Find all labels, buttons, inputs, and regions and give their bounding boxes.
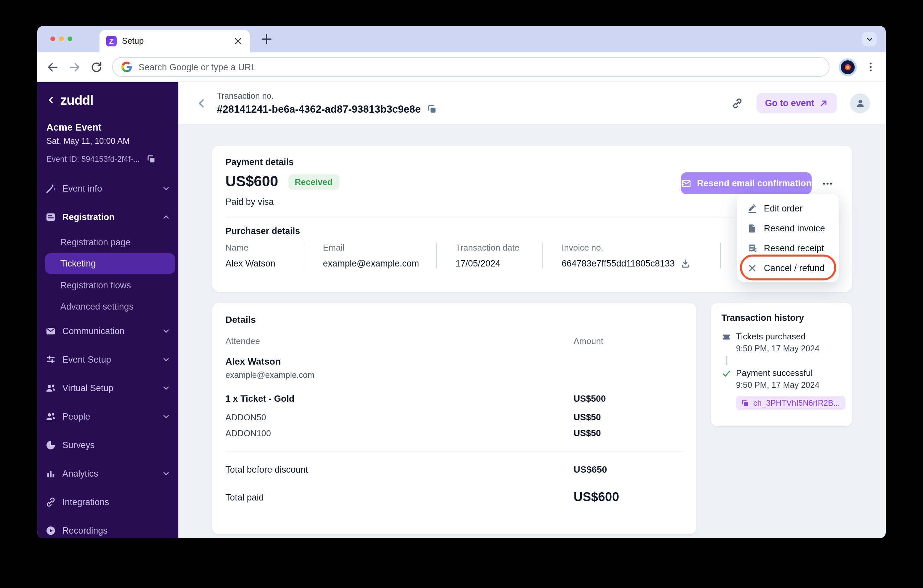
reload-icon[interactable]: [90, 61, 103, 73]
total-paid-value: US$600: [573, 490, 683, 504]
browser-toolbar: Search Google or type a URL: [37, 53, 886, 82]
copy-transaction-id-icon[interactable]: [427, 104, 437, 114]
go-to-event-button[interactable]: Go to event: [756, 93, 837, 113]
menu-item-edit-order[interactable]: Edit order: [737, 198, 839, 218]
addon-label: ADDON100: [225, 428, 573, 438]
invoice-no-label: Invoice no.: [562, 243, 713, 253]
sidebar-logo[interactable]: zuddl: [37, 92, 178, 109]
menu-item-resend-invoice[interactable]: Resend invoice: [737, 218, 839, 238]
chevron-down-icon: [162, 184, 171, 193]
history-event-time: 9:50 PM, 17 May 2024: [736, 344, 820, 353]
copy-icon: [741, 399, 749, 407]
chevron-down-icon: [162, 384, 171, 393]
order-details-card: Details Attendee Amount Alex Watson exam…: [212, 303, 696, 534]
sidebar-item-label: Recordings: [62, 526, 108, 535]
email-value: example@example.com: [323, 258, 430, 268]
chevron-down-icon: [162, 355, 171, 364]
sidebar-item-integrations[interactable]: Integrations: [37, 488, 178, 516]
new-tab-icon[interactable]: [260, 33, 273, 46]
sidebar-item-advanced-settings[interactable]: Advanced settings: [37, 296, 178, 317]
chevron-up-icon: [162, 213, 171, 222]
url-bar[interactable]: Search Google or type a URL: [112, 57, 829, 77]
app-content: zuddl Acme Event Sat, May 11, 10:00 AM E…: [37, 82, 886, 538]
sidebar-item-registration-flows[interactable]: Registration flows: [37, 274, 178, 296]
wand-icon: [45, 183, 56, 194]
sidebar-item-people[interactable]: People: [37, 402, 178, 431]
copy-link-icon[interactable]: [731, 97, 743, 109]
event-name: Acme Event: [46, 122, 169, 133]
sidebar-item-surveys[interactable]: Surveys: [37, 431, 178, 459]
download-invoice-icon[interactable]: [680, 258, 690, 268]
ticket-amount: US$500: [573, 394, 683, 404]
name-value: Alex Watson: [225, 258, 297, 268]
payment-amount: US$600: [225, 173, 278, 190]
addon-amount: US$50: [573, 428, 683, 438]
sidebar-item-event-setup[interactable]: Event Setup: [37, 345, 178, 374]
addon-amount: US$50: [573, 412, 683, 422]
tab-close-icon[interactable]: [233, 36, 243, 46]
history-event-title: Tickets purchased: [736, 332, 820, 342]
menu-item-label: Resend receipt: [764, 243, 824, 253]
transaction-history-card: Transaction history Tickets purchased 9:…: [711, 303, 852, 426]
sidebar-item-label: Communication: [62, 326, 125, 336]
browser-menu-icon[interactable]: [865, 61, 877, 73]
total-before-discount-row: Total before discount US$650: [225, 464, 683, 475]
name-label: Name: [225, 243, 297, 253]
back-icon[interactable]: [46, 61, 59, 73]
charge-id-chip[interactable]: ch_3PHTVhI5N6rIR2B...: [736, 396, 845, 411]
menu-item-label: Resend invoice: [764, 223, 825, 233]
more-actions-icon[interactable]: [821, 177, 833, 190]
payment-details-title: Payment details: [225, 157, 839, 167]
copy-event-id-icon[interactable]: [146, 154, 156, 164]
sidebar-item-ticketing[interactable]: Ticketing: [45, 253, 175, 274]
sidebar-item-event-info[interactable]: Event info: [37, 174, 178, 203]
sidebar-item-registration[interactable]: Registration: [37, 203, 178, 232]
zuddl-logo-text: zuddl: [60, 92, 93, 108]
receipt-icon: [747, 243, 757, 253]
user-avatar[interactable]: [850, 93, 870, 113]
ticket-icon: [721, 332, 736, 353]
browser-tabstrip: Z Setup: [37, 26, 886, 53]
browser-tab[interactable]: Z Setup: [99, 30, 250, 53]
page-header: Transaction no. #28141241-be6a-4362-ad87…: [178, 82, 886, 124]
sidebar-item-label: Virtual Setup: [62, 383, 113, 393]
back-chevron-icon[interactable]: [195, 97, 207, 109]
sidebar-item-recordings[interactable]: Recordings: [37, 516, 178, 538]
amount-column-header: Amount: [573, 336, 683, 346]
chevron-down-icon: [162, 412, 171, 421]
traffic-light-minimize[interactable]: [59, 36, 64, 41]
sidebar-item-communication[interactable]: Communication: [37, 317, 178, 345]
profile-avatar[interactable]: [839, 58, 857, 76]
line-item-addon: ADDON100 US$50: [225, 428, 683, 438]
line-item-addon: ADDON50 US$50: [225, 412, 683, 422]
google-icon: [122, 62, 132, 72]
sidebar-item-registration-page[interactable]: Registration page: [37, 232, 178, 253]
tab-title: Setup: [122, 36, 144, 46]
attendee-column-header: Attendee: [225, 336, 573, 346]
chevron-down-icon: [162, 327, 171, 335]
details-title: Details: [225, 314, 683, 325]
sidebar-item-label: Integrations: [62, 497, 109, 507]
total-paid-label: Total paid: [225, 492, 573, 502]
file-pdf-icon: [747, 223, 757, 233]
collapse-sidebar-icon[interactable]: [46, 95, 56, 105]
email-label: Email: [323, 243, 430, 253]
browser-window: Z Setup: [37, 26, 886, 538]
timeline-connector: [726, 356, 728, 365]
event-summary: Acme Event Sat, May 11, 10:00 AM Event I…: [37, 122, 178, 164]
mail-icon: [45, 325, 56, 337]
traffic-light-close[interactable]: [50, 36, 55, 41]
sidebar-item-analytics[interactable]: Analytics: [37, 459, 178, 488]
mail-send-icon: [681, 178, 691, 189]
sidebar-item-label: Event Setup: [62, 355, 111, 365]
transaction-id: #28141241-be6a-4362-ad87-93813b3c9e8e: [217, 103, 421, 115]
sidebar-item-virtual-setup[interactable]: Virtual Setup: [37, 374, 178, 402]
resend-email-confirmation-button[interactable]: Resend email confirmation: [681, 172, 811, 194]
tab-search-chevron-icon[interactable]: [862, 32, 877, 46]
page-body: Payment details US$600 Received Paid by …: [178, 124, 886, 538]
event-id-row: Event ID: 594153fd-2f4f-...: [46, 154, 169, 164]
history-event-title: Payment successful: [736, 368, 820, 378]
traffic-light-zoom[interactable]: [67, 36, 72, 41]
forward-icon[interactable]: [68, 61, 81, 73]
total-paid-row: Total paid US$600: [225, 490, 683, 504]
